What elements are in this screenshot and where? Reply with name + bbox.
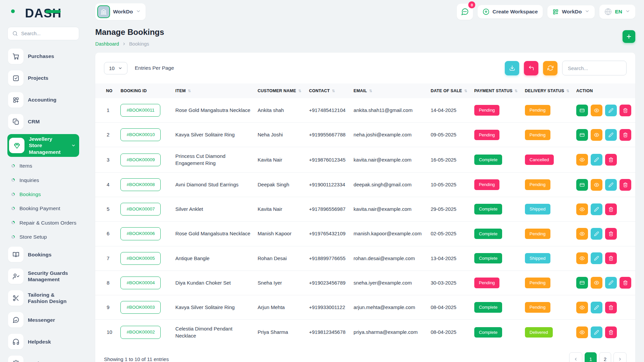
cell-contact: +919933001122: [306, 295, 351, 320]
view-button[interactable]: [576, 326, 588, 338]
add-booking-button[interactable]: [623, 30, 635, 43]
edit-button[interactable]: [591, 228, 602, 240]
sidebar-item-purchases[interactable]: Purchases: [7, 47, 79, 66]
create-workspace-button[interactable]: Create Workspace: [478, 5, 543, 18]
reset-button[interactable]: [524, 61, 538, 75]
edit-button[interactable]: [605, 179, 617, 191]
column-header-payment-status[interactable]: PAYMENT STATUS⇅: [472, 83, 522, 98]
workspace-switcher[interactable]: WorkDo: [95, 3, 146, 20]
delete-button[interactable]: [620, 277, 631, 289]
delete-button[interactable]: [605, 252, 617, 264]
view-button[interactable]: [576, 302, 588, 313]
cell-email: manish.kapoor@example.com: [351, 222, 428, 246]
column-header-delivery-status[interactable]: DELIVERY STATUS⇅: [522, 83, 574, 98]
booking-id-chip[interactable]: #BOOK00006: [120, 227, 161, 240]
trash-icon: [608, 157, 613, 162]
booking-id-chip[interactable]: #BOOK00011: [120, 104, 160, 117]
view-button[interactable]: [591, 277, 602, 289]
delete-button[interactable]: [605, 302, 617, 313]
export-button[interactable]: [505, 61, 519, 75]
sidebar-item-jewellery-store-management[interactable]: Jewellery Store Management: [7, 134, 79, 157]
delete-button[interactable]: [620, 105, 631, 116]
sidebar-item-crm[interactable]: CRM: [7, 112, 79, 131]
sidebar-subitem-repair-custom-orders[interactable]: Repair & Custom Orders: [7, 217, 79, 229]
sidebar-item-security-guards-management[interactable]: Security Guards Management: [7, 267, 79, 286]
sidebar-subitem-inquiries[interactable]: Inquiries: [7, 174, 79, 186]
payment-button[interactable]: [576, 129, 588, 141]
messages-button[interactable]: 0: [457, 4, 473, 20]
sort-icon[interactable]: ⇅: [298, 89, 301, 93]
pagination-next-button[interactable]: [613, 352, 627, 362]
sort-icon[interactable]: ⇅: [464, 89, 467, 93]
cell-no: 10: [95, 320, 118, 345]
delete-button[interactable]: [620, 129, 631, 141]
cell-item: Kavya Silver Solitaire Ring: [173, 123, 255, 147]
delete-button[interactable]: [605, 326, 617, 338]
delete-button[interactable]: [605, 154, 617, 166]
column-header-contact[interactable]: CONTACT⇅: [306, 83, 351, 98]
column-header-email[interactable]: EMAIL⇅: [351, 83, 428, 98]
edit-button[interactable]: [605, 277, 617, 289]
sidebar-subitem-items[interactable]: Items: [7, 160, 79, 172]
sidebar-item-settings[interactable]: Settings: [7, 354, 79, 362]
view-button[interactable]: [591, 129, 602, 141]
sort-icon[interactable]: ⇅: [515, 89, 518, 93]
cell-item: Diya Kundan Choker Set: [173, 270, 255, 295]
sort-icon[interactable]: ⇅: [566, 89, 569, 93]
edit-button[interactable]: [591, 252, 602, 264]
sidebar-search-input[interactable]: [21, 31, 74, 36]
sidebar-item-tailoring-fashion-design[interactable]: Tailoring & Fashion Design: [7, 289, 79, 307]
column-header-customer-name[interactable]: CUSTOMER NAME⇅: [255, 83, 306, 98]
edit-button[interactable]: [591, 302, 602, 313]
sidebar-item-messenger[interactable]: Messenger: [7, 310, 79, 329]
language-menu[interactable]: EN: [599, 5, 635, 19]
pagination-prev-button[interactable]: [569, 352, 582, 362]
booking-id-chip[interactable]: #BOOK00004: [120, 277, 161, 289]
view-button[interactable]: [576, 154, 588, 166]
sidebar-item-accounting[interactable]: Accounting: [7, 90, 79, 109]
view-button[interactable]: [576, 203, 588, 215]
booking-id-chip[interactable]: #BOOK00009: [120, 154, 161, 166]
view-button[interactable]: [576, 228, 588, 240]
table-search-input[interactable]: [562, 61, 627, 75]
edit-button[interactable]: [591, 154, 602, 166]
sidebar-item-projects[interactable]: Projects: [7, 69, 79, 87]
delete-button[interactable]: [605, 228, 617, 240]
sidebar-subitem-booking-payment[interactable]: Booking Payment: [7, 202, 79, 214]
sort-icon[interactable]: ⇅: [369, 89, 372, 93]
refresh-button[interactable]: [543, 61, 557, 75]
edit-button[interactable]: [591, 326, 602, 338]
sidebar-item-helpdesk[interactable]: Helpdesk: [7, 332, 79, 351]
payment-button[interactable]: [576, 179, 588, 191]
entries-per-page-select[interactable]: 10: [104, 62, 127, 74]
view-button[interactable]: [591, 179, 602, 191]
sidebar-subitem-bookings[interactable]: Bookings: [7, 188, 79, 200]
sidebar-search[interactable]: [7, 27, 79, 40]
sort-icon[interactable]: ⇅: [188, 89, 191, 93]
breadcrumb-dashboard-link[interactable]: Dashboard: [95, 41, 119, 47]
booking-id-chip[interactable]: #BOOK00005: [120, 252, 161, 265]
booking-id-chip[interactable]: #BOOK00010: [120, 128, 161, 141]
chevron-left-icon: [574, 357, 578, 361]
delete-button[interactable]: [620, 179, 631, 191]
sort-icon[interactable]: ⇅: [332, 89, 335, 93]
view-button[interactable]: [576, 252, 588, 264]
booking-id-chip[interactable]: #BOOK00003: [120, 301, 161, 314]
edit-button[interactable]: [605, 129, 617, 141]
column-header-item[interactable]: ITEM⇅: [173, 83, 255, 98]
edit-button[interactable]: [605, 105, 617, 116]
pagination-page-1[interactable]: 1: [585, 352, 597, 362]
pagination-page-2[interactable]: 2: [599, 352, 611, 362]
booking-id-chip[interactable]: #BOOK00002: [120, 326, 161, 339]
workdo-menu[interactable]: WorkDo: [547, 5, 595, 18]
delete-button[interactable]: [605, 203, 617, 215]
booking-id-chip[interactable]: #BOOK00008: [120, 178, 161, 191]
sidebar-subitem-store-setup[interactable]: Store Setup: [7, 231, 79, 243]
payment-button[interactable]: [576, 277, 588, 289]
booking-id-chip[interactable]: #BOOK00007: [120, 203, 161, 216]
view-button[interactable]: [591, 105, 602, 116]
edit-button[interactable]: [591, 203, 602, 215]
column-header-date-of-sale[interactable]: DATE OF SALE⇅: [428, 83, 472, 98]
payment-button[interactable]: [576, 105, 588, 116]
sidebar-item-bookings[interactable]: Bookings: [7, 245, 79, 264]
